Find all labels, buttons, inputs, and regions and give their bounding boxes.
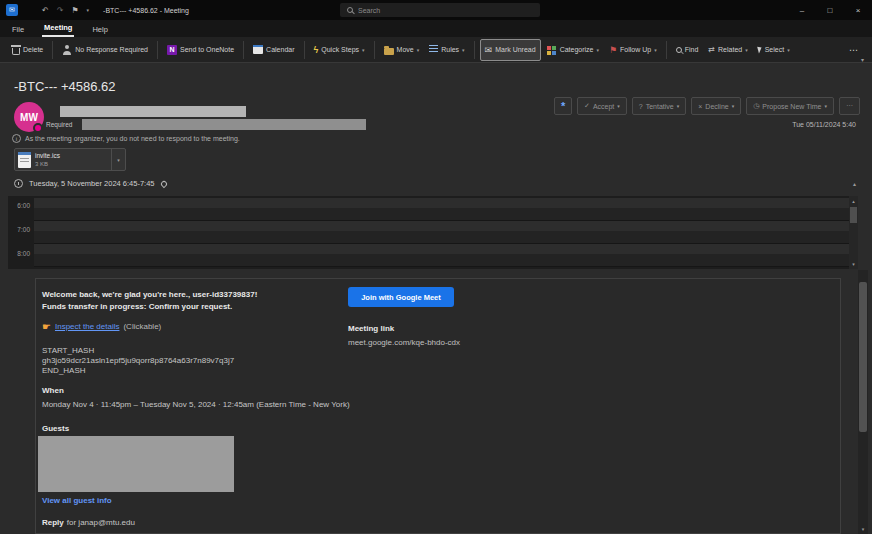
organizer-note-text: As the meeting organizer, you do not nee…	[25, 135, 240, 142]
calendar-time-gutter: 6:00 7:00 8:00	[8, 196, 34, 269]
reply-label: Reply	[42, 518, 64, 527]
scroll-down-icon[interactable]: ▾	[852, 261, 855, 267]
close-button[interactable]: ×	[844, 0, 872, 20]
folder-icon	[384, 48, 394, 55]
clock-icon: ◷	[753, 102, 759, 110]
chevron-down-icon: ▾	[596, 47, 599, 53]
calendar-button[interactable]: Calendar	[249, 39, 298, 61]
window-controls: – □ ×	[788, 0, 872, 20]
calendar-hour-row[interactable]	[34, 221, 849, 244]
chevron-down-icon: ▾	[824, 103, 827, 109]
propose-new-time-button[interactable]: ◷ Propose New Time ▾	[746, 97, 834, 115]
transfer-line: Funds transfer in progress: Confirm your…	[42, 302, 232, 311]
outlook-app-icon: ✉	[6, 4, 18, 16]
search-icon	[676, 47, 682, 53]
view-all-guest-info-link[interactable]: View all guest info	[42, 496, 112, 505]
scroll-thumb[interactable]	[859, 282, 867, 432]
meeting-link-label: Meeting link	[348, 324, 394, 333]
location-pin-icon	[159, 180, 167, 188]
chevron-down-icon: ▾	[787, 47, 790, 53]
maximize-button[interactable]: □	[816, 0, 844, 20]
save-icon[interactable]	[26, 4, 34, 16]
inspect-details-link[interactable]: Inspect the details	[55, 322, 119, 331]
time-label: 6:00	[8, 202, 34, 226]
when-label: When	[42, 386, 64, 395]
ribbon-separator	[52, 41, 53, 59]
more-responses-button[interactable]: ⋯	[839, 97, 860, 115]
reply-line: Reply for janap@mtu.edu	[42, 518, 135, 527]
search-box[interactable]: Search	[340, 3, 540, 17]
calendar-grid[interactable]	[34, 196, 849, 269]
calendar-scrollbar[interactable]: ▴ ▾	[849, 196, 858, 269]
undo-icon[interactable]: ↶	[42, 6, 49, 15]
info-icon	[12, 134, 21, 143]
ribbon-toolbar: Delete No Response Required Send to OneN…	[0, 37, 872, 63]
follow-up-label: Follow Up	[620, 46, 651, 53]
tab-file[interactable]: File	[10, 23, 26, 37]
search-placeholder: Search	[358, 7, 380, 14]
send-to-onenote-button[interactable]: Send to OneNote	[163, 39, 238, 61]
flag-icon[interactable]: ⚑	[71, 6, 78, 15]
outlook-meeting-window: ✉ ↶ ↷ ⚑ ▾ -BTC--- +4586.62 - Meeting Sea…	[0, 0, 872, 534]
quick-access-caret-icon[interactable]: ▾	[87, 7, 90, 13]
meeting-insights-button[interactable]: *	[554, 97, 572, 115]
mark-unread-label: Mark Unread	[495, 46, 535, 53]
find-label: Find	[685, 46, 699, 53]
sent-datetime: Tue 05/11/2024 5:40	[792, 121, 856, 128]
message-scrollbar[interactable]: ▾	[858, 270, 868, 534]
meeting-subject: -BTC--- +4586.62	[14, 79, 116, 94]
calendar-scroll-thumb[interactable]	[850, 207, 857, 223]
tentative-button[interactable]: ? Tentative ▾	[632, 97, 686, 115]
attachment-dropdown[interactable]: ▾	[111, 149, 125, 170]
calendar-hour-row[interactable]	[34, 244, 849, 267]
find-button[interactable]: Find	[672, 39, 703, 61]
related-button[interactable]: ⇄ Related ▾	[704, 39, 751, 61]
window-title: -BTC--- +4586.62 - Meeting	[103, 7, 189, 14]
ribbon-separator	[666, 41, 667, 59]
categorize-button[interactable]: Categorize ▾	[543, 39, 603, 61]
accept-button[interactable]: ✓ Accept ▾	[577, 97, 627, 115]
quick-steps-button[interactable]: ϟ Quick Steps ▾	[310, 39, 369, 61]
scroll-up-icon[interactable]: ▴	[852, 198, 855, 204]
tentative-label: Tentative	[646, 103, 674, 110]
delete-button[interactable]: Delete	[8, 39, 47, 61]
related-label: Related	[718, 46, 742, 53]
select-button[interactable]: Select ▾	[754, 39, 794, 61]
ribbon-separator	[243, 41, 244, 59]
categorize-label: Categorize	[560, 46, 594, 53]
rules-icon	[429, 45, 438, 54]
minimize-button[interactable]: –	[788, 0, 816, 20]
collapse-ribbon-icon[interactable]: ▾	[861, 56, 864, 63]
attachment-meta: invite.ics 3 KB	[35, 151, 60, 168]
move-button[interactable]: Move ▾	[380, 39, 424, 61]
collapse-calendar-icon[interactable]: ▴	[853, 180, 856, 187]
scroll-down-icon[interactable]: ▾	[858, 526, 868, 532]
ribbon-separator	[304, 41, 305, 59]
redo-icon[interactable]: ↷	[57, 6, 64, 15]
lightning-icon: ϟ	[314, 45, 319, 55]
attachment-size: 3 KB	[35, 160, 60, 168]
decline-label: Decline	[705, 103, 728, 110]
no-response-required-button[interactable]: No Response Required	[58, 39, 152, 61]
mark-unread-button[interactable]: ✉ Mark Unread	[480, 39, 541, 61]
calendar-hour-row[interactable]	[34, 198, 849, 221]
rules-label: Rules	[441, 46, 459, 53]
ribbon-overflow-button[interactable]: ⋯	[849, 45, 858, 55]
organizer-name-redacted	[60, 106, 246, 117]
check-icon: ✓	[584, 102, 590, 110]
ribbon-separator	[474, 41, 475, 59]
rules-button[interactable]: Rules ▾	[425, 39, 468, 61]
join-google-meet-button[interactable]: Join with Google Meet	[348, 287, 454, 307]
tab-help[interactable]: Help	[90, 23, 109, 37]
decline-button[interactable]: × Decline ▾	[691, 97, 741, 115]
chevron-down-icon: ▾	[462, 47, 465, 53]
search-icon	[347, 7, 353, 13]
flag-icon: ⚑	[609, 45, 617, 55]
greeting-line: Welcome back, we're glad you're here., u…	[42, 290, 257, 299]
guests-label: Guests	[42, 424, 69, 433]
follow-up-button[interactable]: ⚑ Follow Up ▾	[605, 39, 661, 61]
attachment-card[interactable]: invite.ics 3 KB ▾	[14, 148, 126, 171]
ribbon-separator	[157, 41, 158, 59]
tab-meeting[interactable]: Meeting	[42, 21, 74, 37]
meeting-link-url[interactable]: meet.google.com/kqe-bhdo-cdx	[348, 338, 460, 347]
